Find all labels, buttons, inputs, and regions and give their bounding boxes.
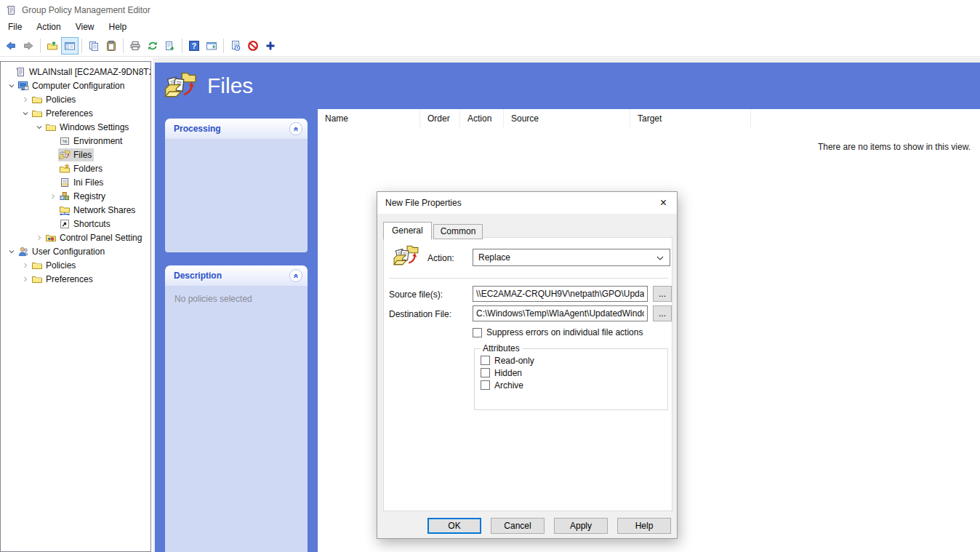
attributes-legend: Attributes (481, 343, 522, 353)
toolbar-update-button[interactable] (227, 37, 244, 55)
tree-item-folders[interactable]: Folders (1, 161, 150, 175)
tree-item-target: Control Panel Setting (44, 231, 144, 244)
tab-common[interactable]: Common (433, 224, 483, 239)
folder-icon (31, 273, 43, 285)
tree-item-network-shares[interactable]: Network Shares (1, 203, 150, 217)
toolbar-show-action-pane-button[interactable] (203, 37, 220, 55)
action-dropdown-value: Replace (478, 252, 510, 263)
source-file-input[interactable] (473, 286, 648, 302)
processing-collapse-button[interactable] (289, 122, 302, 135)
tree-item-computer-configuration[interactable]: Computer Configuration (1, 79, 150, 92)
chevron-collapsed-icon[interactable] (20, 274, 31, 284)
cancel-button[interactable]: Cancel (491, 518, 545, 534)
close-icon[interactable]: × (656, 197, 670, 209)
action-dropdown[interactable]: Replace (473, 249, 670, 266)
paste-icon (105, 40, 117, 52)
suppress-errors-checkbox[interactable] (473, 328, 482, 337)
read-only-checkbox[interactable] (481, 356, 490, 365)
tree-item-preferences[interactable]: Preferences (1, 272, 150, 286)
toolbar: ? (0, 35, 980, 57)
tree-item-files[interactable]: Files (1, 148, 150, 161)
attribute-option-hidden[interactable]: Hidden (481, 367, 662, 379)
menu-file[interactable]: File (1, 20, 29, 34)
column-header-order[interactable]: Order (420, 109, 460, 127)
source-file-label: Source file(s): (389, 289, 443, 300)
tree-item-label: Preferences (46, 274, 93, 284)
column-header-source[interactable]: Source (504, 109, 630, 127)
env-icon: % (59, 135, 71, 147)
suppress-errors-option[interactable]: Suppress errors on individual file actio… (473, 327, 643, 337)
hidden-checkbox[interactable] (481, 368, 490, 377)
expander-spacer (4, 67, 14, 77)
tree-item-windows-settings[interactable]: Windows Settings (1, 120, 150, 134)
toolbar-up-one-level-button[interactable] (44, 37, 61, 55)
destination-browse-button[interactable]: ... (653, 305, 672, 321)
tree-item-target: Shortcuts (58, 217, 113, 231)
netshare-icon (59, 204, 71, 216)
tree-item-preferences[interactable]: Preferences (1, 106, 150, 120)
toolbar-forward-button[interactable] (20, 37, 37, 55)
tree-item-environment[interactable]: %Environment (1, 134, 150, 148)
help-button[interactable]: Help (617, 518, 671, 534)
tree-item-target: Preferences (31, 273, 95, 286)
toolbar-separator (123, 39, 124, 53)
toolbar-export-list-button[interactable] (161, 37, 179, 55)
chevron-collapsed-icon[interactable] (20, 95, 31, 105)
menu-action[interactable]: Action (29, 20, 68, 34)
tree-item-target: Windows Settings (44, 121, 131, 134)
tree-item-ini-files[interactable]: Ini Files (1, 175, 150, 189)
chevron-collapsed-icon[interactable] (20, 260, 31, 271)
tree-item-policies[interactable]: Policies (1, 92, 150, 106)
toolbar-refresh-button[interactable] (144, 37, 161, 55)
tree-item-target: Policies (31, 259, 78, 272)
toolbar-disable-button[interactable] (244, 37, 262, 55)
console-tree-icon (64, 40, 76, 52)
description-panel: Description No policies selected (165, 265, 308, 552)
apply-button[interactable]: Apply (554, 518, 608, 534)
source-browse-button[interactable]: ... (653, 286, 672, 302)
tree-item-control-panel-setting[interactable]: Control Panel Setting (1, 231, 150, 244)
attribute-option-read-only[interactable]: Read-only (481, 354, 662, 367)
description-collapse-button[interactable] (289, 269, 302, 282)
chevron-up-icon (292, 124, 300, 133)
chevron-expanded-icon[interactable] (34, 122, 44, 132)
tree-item-label: Computer Configuration (32, 81, 124, 91)
toolbar-paste-button[interactable] (103, 37, 120, 55)
toolbar-show-console-tree-button[interactable] (61, 37, 79, 55)
export-list-icon (164, 40, 176, 52)
toolbar-copy-button[interactable] (85, 37, 103, 55)
column-header-target[interactable]: Target (630, 109, 751, 127)
expander-spacer (48, 164, 58, 174)
attribute-option-archive[interactable]: Archive (481, 379, 662, 391)
tree-item-user-configuration[interactable]: User Configuration (1, 244, 150, 258)
column-header-action[interactable]: Action (460, 109, 504, 127)
chevron-expanded-icon[interactable] (20, 108, 31, 119)
tree-item-shortcuts[interactable]: Shortcuts (1, 217, 150, 231)
tree-item-wlainstall-ec2amaz-9dn8t2[interactable]: WLAINstall [EC2AMAZ-9DN8T2 (1, 65, 150, 79)
tree-item-registry[interactable]: Registry (1, 189, 150, 203)
toolbar-back-button[interactable] (2, 37, 20, 55)
chevron-collapsed-icon[interactable] (48, 191, 58, 201)
doc-refresh-icon (230, 40, 241, 52)
print-icon (129, 40, 141, 52)
chevron-expanded-icon[interactable] (7, 247, 17, 257)
destination-file-input[interactable] (473, 305, 648, 321)
menu-help[interactable]: Help (102, 20, 134, 34)
files-icon (393, 244, 419, 268)
chevron-expanded-icon[interactable] (7, 81, 17, 91)
toolbar-print-button[interactable] (126, 37, 144, 55)
expander-spacer (48, 219, 58, 229)
tree-item-label: Network Shares (73, 205, 135, 215)
column-header-name[interactable]: Name (318, 109, 420, 127)
expander-spacer (48, 150, 58, 160)
ok-button[interactable]: OK (427, 518, 481, 534)
tab-general[interactable]: General (383, 222, 432, 240)
ini-icon (59, 177, 71, 188)
toolbar-help-button[interactable]: ? (185, 37, 203, 55)
tree-item-policies[interactable]: Policies (1, 258, 150, 272)
folder-icon (45, 121, 57, 133)
chevron-collapsed-icon[interactable] (34, 233, 44, 243)
toolbar-new-button[interactable] (262, 37, 279, 55)
archive-checkbox[interactable] (481, 380, 490, 390)
menu-view[interactable]: View (68, 20, 102, 34)
